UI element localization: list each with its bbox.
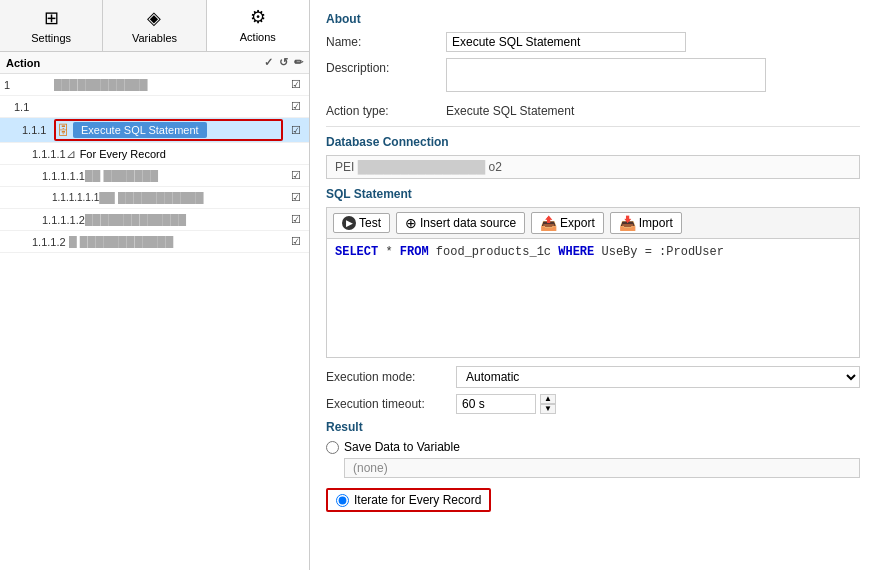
iterate-label: Iterate for Every Record <box>354 493 481 507</box>
save-data-radio[interactable] <box>326 441 339 454</box>
spin-down-button[interactable]: ▼ <box>540 404 556 414</box>
insert-icon: ⊕ <box>405 215 417 231</box>
action-label-1-1-1-2: █ ████████████ <box>69 236 287 248</box>
edit-icon[interactable]: ✏ <box>294 56 303 69</box>
action-header-icons: ✓ ↺ ✏ <box>264 56 303 69</box>
tab-variables[interactable]: ◈ Variables <box>103 0 206 51</box>
action-row-1-1-1-1-1-1[interactable]: 1.1.1.1.1.1 ██ ███████████ ☑ <box>0 187 309 209</box>
execute-sql-highlight: 🗄 Execute SQL Statement <box>54 119 283 141</box>
description-label: Description: <box>326 58 446 75</box>
action-row-1-1-1-1-1[interactable]: 1.1.1.1.1 ██ ███████ ☑ <box>0 165 309 187</box>
execution-timeout-input[interactable] <box>456 394 536 414</box>
action-check-1[interactable]: ☑ <box>287 78 305 91</box>
action-row-1-1-1-1-2[interactable]: 1.1.1.1.2 █████████████ ☑ <box>0 209 309 231</box>
action-check-1-1[interactable]: ☑ <box>287 100 305 113</box>
execute-sql-label: Execute SQL Statement <box>73 122 207 138</box>
divider-1 <box>326 126 860 127</box>
name-value-container <box>446 32 860 52</box>
description-input[interactable] <box>446 58 766 92</box>
action-list: 1 ████████████ ☑ 1.1 ☑ 1.1.1 🗄 Execute S… <box>0 74 309 570</box>
result-none-box: (none) <box>344 458 860 478</box>
action-type-label: Action type: <box>326 101 446 118</box>
export-label: Export <box>560 216 595 230</box>
action-label-1-1-1-1: ⊿ For Every Record <box>66 147 287 161</box>
spin-up-button[interactable]: ▲ <box>540 394 556 404</box>
name-input[interactable] <box>446 32 686 52</box>
action-label-1: ████████████ <box>54 79 287 91</box>
loop-icon: ⊿ <box>66 147 76 161</box>
variables-icon: ◈ <box>147 7 161 29</box>
action-num-1-1-1-2: 1.1.1.2 <box>4 236 69 248</box>
tab-actions[interactable]: ⚙ Actions <box>207 0 309 51</box>
action-check-1-1-1-1-1-1[interactable]: ☑ <box>287 191 305 204</box>
test-label: Test <box>359 216 381 230</box>
import-button[interactable]: 📥 Import <box>610 212 682 234</box>
import-label: Import <box>639 216 673 230</box>
action-check-1-1-1-2[interactable]: ☑ <box>287 235 305 248</box>
db-connection-box[interactable]: PEI ███████████████ o2 <box>326 155 860 179</box>
db-connection-title: Database Connection <box>326 135 860 149</box>
export-icon: 📤 <box>540 215 557 231</box>
iterate-radio[interactable] <box>336 494 349 507</box>
action-num-1-1-1-1-1: 1.1.1.1.1 <box>4 170 85 182</box>
test-button[interactable]: ▶ Test <box>333 213 390 233</box>
db-icon: 🗄 <box>57 123 70 138</box>
export-button[interactable]: 📤 Export <box>531 212 604 234</box>
action-row-1[interactable]: 1 ████████████ ☑ <box>0 74 309 96</box>
action-num-1: 1 <box>4 79 54 91</box>
action-num-1-1-1-1-2: 1.1.1.1.2 <box>4 214 85 226</box>
action-list-header: Action ✓ ↺ ✏ <box>0 52 309 74</box>
description-value-container <box>446 58 860 95</box>
timeout-input-group: ▲ ▼ <box>456 394 556 414</box>
execution-timeout-row: Execution timeout: ▲ ▼ <box>326 394 860 414</box>
insert-data-source-button[interactable]: ⊕ Insert data source <box>396 212 525 234</box>
none-label: (none) <box>353 461 388 475</box>
sql-editor[interactable]: SELECT * FROM food_products_1c WHERE Use… <box>326 238 860 358</box>
tab-actions-label: Actions <box>240 31 276 43</box>
play-icon: ▶ <box>342 216 356 230</box>
action-num-1-1: 1.1 <box>4 101 54 113</box>
result-title: Result <box>326 420 860 434</box>
execution-mode-row: Execution mode: Automatic <box>326 366 860 388</box>
save-data-label: Save Data to Variable <box>344 440 460 454</box>
action-label-1-1-1-1-2: █████████████ <box>85 214 287 226</box>
description-row: Description: <box>326 58 860 95</box>
check-icon[interactable]: ✓ <box>264 56 273 69</box>
execution-mode-select[interactable]: Automatic <box>456 366 860 388</box>
action-column-label: Action <box>6 57 40 69</box>
action-type-value: Execute SQL Statement <box>446 101 574 118</box>
tab-variables-label: Variables <box>132 32 177 44</box>
left-panel: ⊞ Settings ◈ Variables ⚙ Actions Action … <box>0 0 310 570</box>
action-check-1-1-1-1-2[interactable]: ☑ <box>287 213 305 226</box>
actions-icon: ⚙ <box>250 6 266 28</box>
action-check-1-1-1[interactable]: ☑ <box>287 124 305 137</box>
tabs-row: ⊞ Settings ◈ Variables ⚙ Actions <box>0 0 309 52</box>
action-num-1-1-1-1-1-1: 1.1.1.1.1.1 <box>4 192 99 203</box>
right-panel: About Name: Description: Action type: Ex… <box>310 0 876 570</box>
action-row-1-1-1-2[interactable]: 1.1.1.2 █ ████████████ ☑ <box>0 231 309 253</box>
name-row: Name: <box>326 32 860 52</box>
action-num-1-1-1: 1.1.1 <box>4 124 54 136</box>
for-every-record-label: For Every Record <box>80 148 166 160</box>
spin-box: ▲ ▼ <box>540 394 556 414</box>
name-label: Name: <box>326 32 446 49</box>
save-data-row: Save Data to Variable <box>326 440 860 454</box>
action-check-1-1-1-1-1[interactable]: ☑ <box>287 169 305 182</box>
execute-sql-text: Execute SQL Statement <box>81 124 199 136</box>
sql-toolbar: ▶ Test ⊕ Insert data source 📤 Export 📥 I… <box>326 207 860 238</box>
action-num-1-1-1-1: 1.1.1.1 <box>4 148 66 160</box>
db-connection-value: PEI ███████████████ o2 <box>335 160 502 174</box>
action-label-1-1-1-1-1: ██ ███████ <box>85 170 287 182</box>
action-row-1-1-1[interactable]: 1.1.1 🗄 Execute SQL Statement ☑ <box>0 118 309 143</box>
action-label-1-1-1-1-1-1: ██ ███████████ <box>99 192 287 204</box>
execution-timeout-label: Execution timeout: <box>326 397 456 411</box>
insert-label: Insert data source <box>420 216 516 230</box>
about-title: About <box>326 12 860 26</box>
action-row-1-1[interactable]: 1.1 ☑ <box>0 96 309 118</box>
refresh-icon[interactable]: ↺ <box>279 56 288 69</box>
settings-icon: ⊞ <box>44 7 59 29</box>
tab-settings[interactable]: ⊞ Settings <box>0 0 103 51</box>
action-row-1-1-1-1[interactable]: 1.1.1.1 ⊿ For Every Record <box>0 143 309 165</box>
import-icon: 📥 <box>619 215 636 231</box>
result-section: Result Save Data to Variable (none) Iter… <box>326 420 860 512</box>
